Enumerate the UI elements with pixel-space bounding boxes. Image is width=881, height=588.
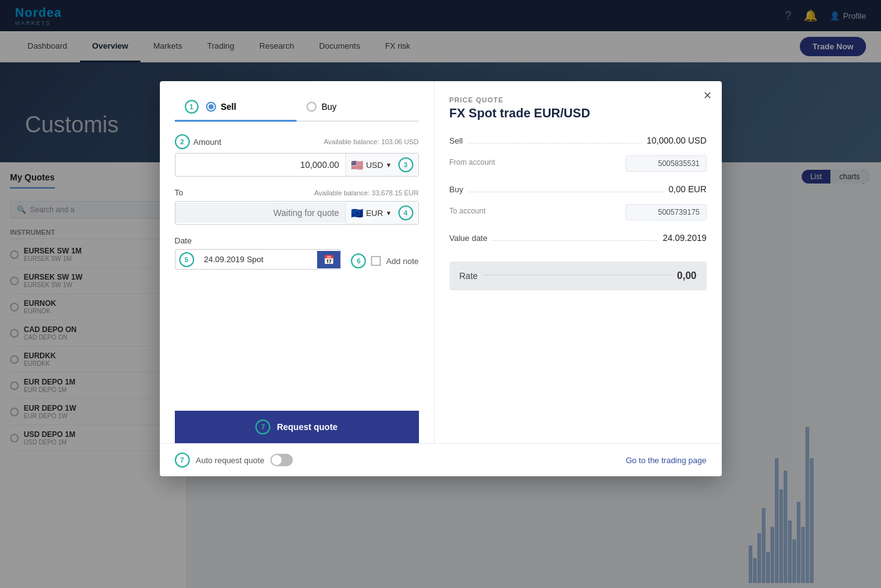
rate-box: Rate 0,00 — [450, 262, 707, 290]
available-balance-from: Available balance: 103.06 USD — [323, 138, 418, 145]
from-currency-select[interactable]: 🇺🇸 USD ▼ 3 — [345, 154, 418, 176]
auto-quote-label: Auto request quote — [196, 456, 265, 465]
date-group: Date 5 📅 — [175, 236, 342, 270]
available-balance-to: Available balance: 33,678.15 EUR — [314, 189, 418, 197]
value-date-row: Value date 24.09.2019 — [450, 233, 707, 247]
amount-input-group: 🇺🇸 USD ▼ 3 — [175, 153, 419, 177]
request-quote-label: Request quote — [277, 422, 337, 432]
step7-footer-badge: 7 — [175, 453, 190, 468]
from-account-input[interactable] — [626, 155, 707, 172]
step4-badge: 4 — [398, 205, 413, 220]
add-note-checkbox[interactable] — [371, 256, 381, 266]
price-quote-label: PRICE QUOTE — [450, 96, 707, 104]
add-note-label: Add note — [386, 257, 418, 266]
buy-dotted — [468, 192, 664, 192]
to-amount-input[interactable] — [175, 203, 346, 223]
modal-left-panel: 1 Sell Buy 2 Amount Available balance: 1… — [160, 81, 435, 443]
request-quote-button[interactable]: 7 Request quote — [175, 411, 419, 443]
date-label-text: Date — [175, 236, 192, 245]
modal-footer: 7 Auto request quote Go to the trading p… — [160, 443, 722, 476]
sell-tab[interactable]: 1 Sell — [175, 94, 297, 122]
step3-badge: 3 — [398, 157, 413, 172]
to-input-group: 🇪🇺 EUR ▼ 4 — [175, 201, 419, 225]
step5-badge: 5 — [179, 252, 194, 267]
to-account-label: To account — [450, 207, 486, 215]
sell-row-header: Sell 10,000.00 USD — [450, 135, 707, 149]
chevron-down-icon: ▼ — [386, 210, 392, 217]
buy-quote-value: 0,00 EUR — [669, 184, 707, 194]
modal-right-panel: PRICE QUOTE FX Spot trade EUR/USD Sell 1… — [435, 81, 722, 443]
sell-dotted — [468, 143, 642, 144]
from-account-label: From account — [450, 158, 495, 167]
buy-quote-label: Buy — [450, 185, 463, 194]
value-date-value: 24.09.2019 — [662, 233, 706, 243]
rate-label: Rate — [460, 271, 478, 281]
step7-badge: 7 — [255, 419, 270, 434]
to-account-input[interactable] — [626, 204, 707, 220]
trade-modal: × 1 Sell Buy 2 Amo — [160, 81, 722, 476]
auto-quote-toggle[interactable] — [270, 454, 293, 466]
modal-body: 1 Sell Buy 2 Amount Available balance: 1… — [160, 81, 722, 443]
from-account-row: From account — [450, 153, 707, 172]
value-date-label: Value date — [450, 233, 488, 243]
auto-quote-row: 7 Auto request quote — [175, 453, 293, 468]
value-date-row-inner: Value date 24.09.2019 — [450, 233, 707, 247]
sell-tab-label: Sell — [221, 102, 237, 112]
usd-flag: 🇺🇸 — [351, 159, 363, 171]
rate-value: 0,00 — [677, 270, 696, 282]
to-label: To — [175, 188, 184, 197]
buy-quote-row: Buy 0,00 EUR To account — [450, 184, 707, 220]
date-label: Date — [175, 236, 342, 245]
date-input-row: 5 📅 — [175, 249, 342, 270]
amount-label-group: 2 Amount — [175, 134, 222, 149]
value-date-dotted — [493, 240, 658, 241]
rate-dotted — [483, 275, 672, 275]
buy-radio[interactable] — [307, 102, 317, 112]
step1-badge: 1 — [185, 100, 199, 114]
to-form-row: To Available balance: 33,678.15 EUR 🇪🇺 E… — [175, 188, 419, 225]
sell-quote-label: Sell — [450, 136, 463, 145]
to-account-row: To account — [450, 202, 707, 220]
sell-radio[interactable] — [206, 102, 216, 112]
to-label-row: To Available balance: 33,678.15 EUR — [175, 188, 419, 197]
go-trading-link[interactable]: Go to the trading page — [626, 456, 706, 465]
eur-flag: 🇪🇺 — [351, 207, 363, 219]
step2-badge: 2 — [175, 134, 190, 149]
date-input[interactable] — [198, 250, 317, 269]
step6-badge: 6 — [351, 253, 366, 268]
sell-buy-tabs: 1 Sell Buy — [175, 94, 419, 122]
modal-close-button[interactable]: × — [704, 89, 712, 102]
amount-label-row: 2 Amount Available balance: 103.06 USD — [175, 134, 419, 149]
to-currency-label: EUR — [366, 208, 383, 218]
from-currency-label: USD — [366, 160, 383, 170]
buy-tab[interactable]: Buy — [297, 94, 419, 122]
chevron-down-icon: ▼ — [386, 162, 392, 169]
to-currency-select[interactable]: 🇪🇺 EUR ▼ 4 — [345, 202, 418, 224]
sell-quote-row: Sell 10,000.00 USD From account — [450, 135, 707, 172]
note-row: 6 Add note — [351, 253, 418, 270]
date-form-row: Date 5 📅 6 Add note — [175, 236, 419, 270]
sell-quote-value: 10,000.00 USD — [647, 135, 707, 145]
buy-row-header: Buy 0,00 EUR — [450, 184, 707, 198]
amount-input[interactable] — [175, 155, 346, 175]
amount-form-row: 2 Amount Available balance: 103.06 USD 🇺… — [175, 134, 419, 177]
calendar-button[interactable]: 📅 — [317, 251, 340, 268]
price-quote-title: FX Spot trade EUR/USD — [450, 106, 707, 120]
amount-label: Amount — [194, 137, 222, 147]
buy-tab-label: Buy — [322, 102, 337, 112]
